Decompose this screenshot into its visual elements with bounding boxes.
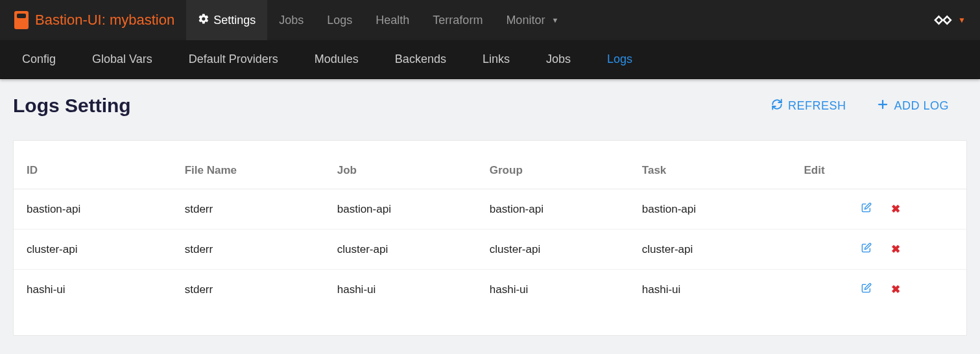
subnav-item-default-providers[interactable]: Default Providers: [171, 40, 296, 78]
cell-file: stderr: [176, 189, 328, 230]
cell-group: hashi-ui: [481, 270, 633, 310]
refresh-icon: [771, 99, 783, 113]
subnav: Config Global Vars Default Providers Mod…: [0, 40, 980, 79]
subnav-item-logs[interactable]: Logs: [589, 40, 651, 78]
subnav-label: Global Vars: [92, 53, 152, 66]
subnav-label: Default Providers: [189, 53, 278, 66]
topnav-item-monitor[interactable]: Monitor ▼: [494, 0, 570, 40]
subnav-item-jobs[interactable]: Jobs: [528, 40, 589, 78]
table-row: bastion-apistderrbastion-apibastion-apib…: [14, 189, 966, 230]
top-navbar: Bastion-UI: mybastion Settings Jobs Logs…: [0, 0, 980, 40]
edit-icon: [861, 283, 872, 296]
cell-task: bastion-api: [633, 189, 795, 230]
th-task: Task: [633, 154, 795, 189]
subnav-label: Config: [22, 53, 56, 66]
topnav-item-logs[interactable]: Logs: [315, 0, 364, 40]
topnav-label: Health: [376, 14, 409, 27]
cell-edit: ✖: [795, 270, 966, 310]
edit-button[interactable]: [857, 202, 876, 216]
topnav-label: Monitor: [506, 14, 545, 27]
close-icon: ✖: [891, 203, 900, 215]
subnav-label: Links: [483, 53, 510, 66]
edit-button[interactable]: [857, 242, 876, 256]
page-title: Logs Setting: [13, 95, 131, 117]
subnav-label: Logs: [607, 53, 632, 66]
cell-edit: ✖: [795, 189, 966, 230]
refresh-label: REFRESH: [788, 99, 846, 113]
cell-task: cluster-api: [633, 230, 795, 270]
brand-logo-icon: [14, 11, 29, 29]
cell-job: bastion-api: [328, 189, 481, 230]
topnav-items: Settings Jobs Logs Health Terraform Moni…: [186, 0, 570, 40]
page-content: Logs Setting REFRESH ADD LOG ID File Nam: [0, 79, 980, 354]
delete-button[interactable]: ✖: [887, 202, 904, 216]
chevron-down-icon[interactable]: ▼: [958, 16, 966, 25]
th-job: Job: [328, 154, 481, 189]
topnav-label: Logs: [327, 14, 352, 27]
brand-name: Bastion-UI: mybastion: [35, 12, 174, 29]
topnav-label: Terraform: [433, 14, 483, 27]
subnav-label: Jobs: [546, 53, 571, 66]
th-edit: Edit: [795, 154, 966, 189]
cell-group: bastion-api: [481, 189, 633, 230]
cell-edit: ✖: [795, 230, 966, 270]
chevron-down-icon: ▼: [551, 16, 558, 24]
logs-table-card: ID File Name Job Group Task Edit bastion…: [13, 140, 967, 336]
cell-id: bastion-api: [14, 189, 176, 230]
th-file: File Name: [176, 154, 328, 189]
close-icon: ✖: [891, 243, 900, 255]
topnav-item-settings[interactable]: Settings: [186, 0, 267, 40]
subnav-item-backends[interactable]: Backends: [377, 40, 464, 78]
topnav-item-terraform[interactable]: Terraform: [421, 0, 494, 40]
subnav-item-modules[interactable]: Modules: [296, 40, 377, 78]
delete-button[interactable]: ✖: [887, 242, 904, 256]
th-id: ID: [14, 154, 176, 189]
cell-file: stderr: [176, 230, 328, 270]
subnav-item-links[interactable]: Links: [464, 40, 528, 78]
topnav-item-jobs[interactable]: Jobs: [267, 0, 315, 40]
topnav-right: ▼: [933, 0, 980, 40]
th-group: Group: [481, 154, 633, 189]
edit-icon: [861, 243, 872, 255]
delete-button[interactable]: ✖: [887, 283, 904, 296]
table-row: cluster-apistderrcluster-apicluster-apic…: [14, 230, 966, 270]
topnav-label: Settings: [213, 14, 256, 27]
app-switcher-icon[interactable]: [933, 12, 955, 28]
add-log-label: ADD LOG: [894, 99, 949, 113]
cell-task: hashi-ui: [633, 270, 795, 310]
cell-job: hashi-ui: [328, 270, 481, 310]
refresh-button[interactable]: REFRESH: [771, 99, 846, 113]
edit-icon: [861, 203, 872, 215]
subnav-label: Modules: [315, 53, 359, 66]
logs-table: ID File Name Job Group Task Edit bastion…: [14, 154, 966, 309]
cell-job: cluster-api: [328, 230, 481, 270]
cell-id: hashi-ui: [14, 270, 176, 310]
brand-link[interactable]: Bastion-UI: mybastion: [0, 0, 186, 40]
topnav-label: Jobs: [279, 14, 304, 27]
page-header: Logs Setting REFRESH ADD LOG: [13, 95, 967, 117]
gear-icon: [198, 13, 209, 28]
subnav-item-global-vars[interactable]: Global Vars: [74, 40, 171, 78]
table-row: hashi-uistderrhashi-uihashi-uihashi-ui✖: [14, 270, 966, 310]
table-body: bastion-apistderrbastion-apibastion-apib…: [14, 189, 966, 310]
subnav-label: Backends: [395, 53, 446, 66]
cell-id: cluster-api: [14, 230, 176, 270]
cell-file: stderr: [176, 270, 328, 310]
cell-group: cluster-api: [481, 230, 633, 270]
add-log-button[interactable]: ADD LOG: [877, 99, 949, 113]
plus-icon: [877, 99, 889, 113]
edit-button[interactable]: [857, 283, 876, 296]
close-icon: ✖: [891, 283, 900, 296]
topnav-item-health[interactable]: Health: [364, 0, 421, 40]
table-header-row: ID File Name Job Group Task Edit: [14, 154, 966, 189]
subnav-item-config[interactable]: Config: [0, 40, 74, 78]
page-actions: REFRESH ADD LOG: [771, 99, 967, 113]
